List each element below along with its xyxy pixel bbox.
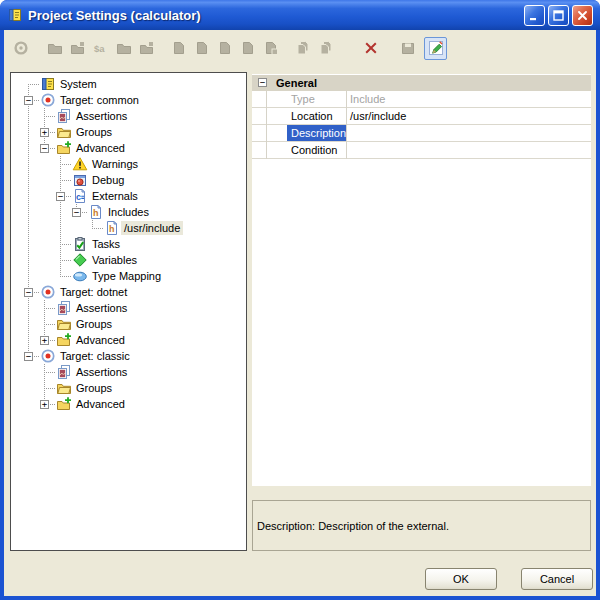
tree-item[interactable]: Debug [11,172,246,188]
assertion-text-button: $a [89,37,112,60]
page-badge-icon [263,40,279,56]
tree-item-label: Debug [89,173,127,187]
tree-item-label: Advanced [73,397,128,411]
tree-item[interactable]: −Advanced [11,140,246,156]
tree-item[interactable]: Variables [11,252,246,268]
assertions-icon [56,300,72,316]
tree-expander-collapse[interactable]: − [24,288,33,297]
folder-plus-icon [56,140,72,156]
tree-item[interactable]: −Target: dotnet [11,284,246,300]
folder-open-icon [56,124,72,140]
property-value[interactable]: /usr/include [350,108,589,125]
tree-item[interactable]: +Advanced [11,332,246,348]
property-name[interactable]: Condition [287,142,346,159]
property-value[interactable] [350,125,589,142]
tree-item[interactable]: h/usr/include [11,220,246,236]
property-value[interactable] [350,142,589,159]
tree-item[interactable]: −Target: classic [11,348,246,364]
property-row[interactable]: Location/usr/include [252,108,591,125]
tree-item[interactable]: Assertions [11,108,246,124]
tree-connector [44,116,55,117]
tree-item[interactable]: −hIncludes [11,204,246,220]
type-mapping-icon [72,268,88,284]
property-name[interactable]: Description [287,125,346,142]
property-grid: − General TypeIncludeLocation/usr/includ… [252,74,591,486]
tree-connector [60,172,61,180]
warning-icon [72,156,88,172]
notebook-icon [40,76,56,92]
tree-item[interactable]: −cExternals [11,188,246,204]
tree-expander-collapse[interactable]: − [56,192,65,201]
tree-expander-collapse[interactable]: − [72,208,81,217]
target-ring-icon [13,40,29,56]
svg-text:h: h [109,224,115,234]
tree-connector [44,388,55,389]
window-controls [524,5,593,26]
close-button[interactable] [572,5,593,26]
tree-item-label: Tasks [89,237,123,251]
delete-x-button[interactable] [359,37,382,60]
property-row[interactable]: TypeInclude [252,91,591,108]
svg-text:h: h [93,208,99,218]
tree-connector [28,236,29,252]
property-name[interactable]: Location [287,108,346,125]
tree-connector [44,316,45,324]
property-group-header[interactable]: − General [252,75,591,91]
cancel-button[interactable]: Cancel [521,568,593,590]
tree-item[interactable]: +Groups [11,124,246,140]
tree-item-label: Includes [105,205,152,219]
h-file-icon: h [88,204,104,220]
folder-plus-icon [56,332,72,348]
tree-connector [60,236,61,244]
ok-button[interactable]: OK [425,568,497,590]
tree-expander-expand[interactable]: + [40,128,49,137]
folder-badge-icon [70,40,86,56]
tree-item[interactable]: System [11,76,246,92]
tree-item[interactable]: Groups [11,316,246,332]
delete-x-icon [363,40,379,56]
tree-expander-collapse[interactable]: − [24,96,33,105]
tree-expander-expand[interactable]: + [40,400,49,409]
tree-item[interactable]: Warnings [11,156,246,172]
property-row[interactable]: Description [252,125,591,142]
tree-item[interactable]: Groups [11,380,246,396]
tree-expander-expand[interactable]: + [40,336,49,345]
tree-item[interactable]: Type Mapping [11,268,246,284]
target-icon [40,92,56,108]
tree-connector [28,84,29,92]
page-button [190,37,213,60]
tree-item[interactable]: −Target: common [11,92,246,108]
tree-connector [60,164,61,172]
tree-connector [28,84,39,85]
property-value[interactable]: Include [350,91,589,108]
property-group-label: General [276,77,317,89]
property-row[interactable]: Condition [252,142,591,159]
tree-expander-collapse[interactable]: − [40,144,49,153]
edit-pencil-button[interactable] [424,37,447,60]
tree-item[interactable]: +Advanced [11,396,246,412]
tree-item-label: Target: classic [57,349,133,363]
settings-tree[interactable]: System−Target: commonAssertions+Groups−A… [10,72,247,551]
tree-item-label: Variables [89,253,140,267]
svg-text:c: c [76,192,81,202]
toolbar-group [424,37,447,60]
tree-connector [44,372,45,380]
property-name[interactable]: Type [287,91,346,108]
pages-button [314,37,337,60]
collapse-icon[interactable]: − [258,78,267,87]
tree-item[interactable]: Assertions [11,300,246,316]
tree-connector [60,244,71,245]
minimize-button[interactable] [524,5,545,26]
target-ring-button [9,37,32,60]
tree-connector [60,204,61,220]
tree-connector [60,180,61,188]
tree-connector [60,276,71,277]
tree-item[interactable]: Tasks [11,236,246,252]
maximize-button[interactable] [548,5,569,26]
c-file-icon: c [72,188,88,204]
titlebar: Project Settings (calculator) [0,0,600,30]
tree-item-label: Target: common [57,93,142,107]
assertions-icon [56,364,72,380]
tree-expander-collapse[interactable]: − [24,352,33,361]
tree-item[interactable]: Assertions [11,364,246,380]
